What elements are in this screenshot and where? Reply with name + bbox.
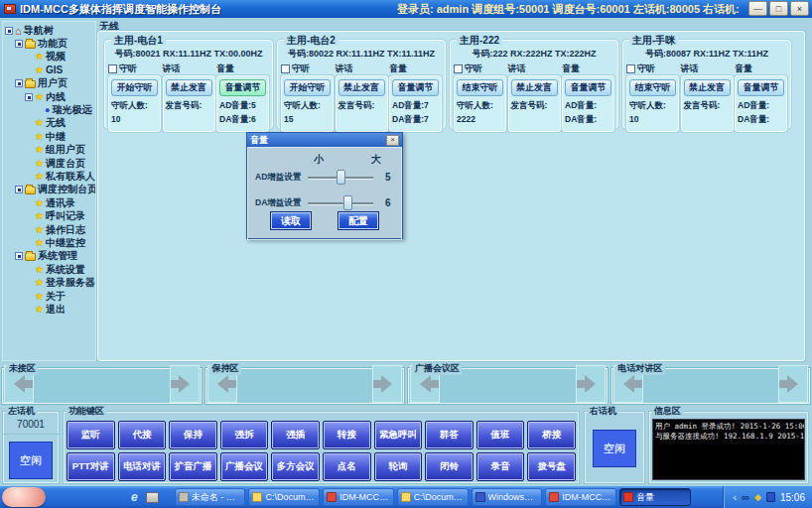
talk-box: 禁止发言发言号码:	[163, 75, 215, 132]
listen-toggle-button[interactable]: 开始守听	[111, 79, 158, 96]
function-key-button[interactable]: 录音	[476, 452, 525, 481]
tree-item[interactable]: ★内线	[3, 90, 95, 103]
function-key-button[interactable]: 强插	[271, 421, 320, 449]
function-key-button[interactable]: 闭铃	[425, 452, 474, 481]
tree-item[interactable]: ★组用户页	[3, 144, 95, 157]
taskbar-task[interactable]: C:\Documents and...	[248, 488, 320, 506]
expander-icon[interactable]	[15, 40, 23, 48]
function-key-button[interactable]: 拨号盘	[527, 452, 576, 481]
minimize-button[interactable]: —	[748, 1, 767, 16]
taskbar-task[interactable]: C:\Documents and...	[397, 488, 469, 506]
function-key-button[interactable]: 群答	[425, 421, 474, 449]
listen-checkbox[interactable]	[281, 64, 290, 73]
function-key-button[interactable]: 电话对讲	[118, 452, 167, 481]
tree-item[interactable]: ★操作日志	[3, 223, 95, 236]
start-button[interactable]	[2, 487, 46, 507]
function-key-button[interactable]: 强拆	[220, 421, 269, 449]
zone-right-arrow-button[interactable]	[170, 365, 200, 403]
talk-forbid-button[interactable]: 禁止发言	[684, 79, 731, 96]
ad-gain-slider-thumb[interactable]	[337, 170, 345, 185]
volume-column: 音量音量调节AD音量:7DA音量:7	[389, 64, 442, 132]
tree-item[interactable]: ★无线	[3, 117, 95, 130]
tree-item[interactable]: 系统管理	[3, 250, 95, 263]
talk-forbid-button[interactable]: 禁止发言	[511, 79, 558, 96]
volume-adjust-button[interactable]: 音量调节	[738, 79, 784, 96]
tree-item[interactable]: ★呼叫记录	[3, 209, 95, 222]
listen-toggle-button[interactable]: 结束守听	[457, 79, 503, 96]
function-key-button[interactable]: 值班	[476, 421, 525, 449]
function-key-button[interactable]: 转接	[323, 421, 371, 449]
tree-item-label: 导航树	[24, 24, 54, 38]
ad-gain-slider[interactable]	[308, 170, 373, 185]
maximize-button[interactable]: □	[769, 1, 788, 16]
tree-item[interactable]: ★视频	[3, 51, 95, 64]
status-tray-icon[interactable]: ◆	[754, 492, 761, 502]
talk-forbid-button[interactable]: 禁止发言	[338, 79, 385, 96]
tree-item[interactable]: 用户页	[3, 77, 95, 90]
function-key-button[interactable]: 保持	[169, 421, 217, 449]
tree-item[interactable]: ★系统设置	[3, 263, 95, 276]
volume-adjust-button[interactable]: 音量调节	[565, 79, 611, 96]
network-tray-icon[interactable]	[766, 492, 775, 502]
da-volume-line: DA音量:	[738, 114, 784, 124]
zone-right-arrow-button[interactable]	[778, 365, 808, 403]
listen-checkbox[interactable]	[626, 64, 635, 73]
function-key-button[interactable]: 轮询	[374, 452, 423, 481]
taskbar-task[interactable]: IDM-MCC多媒体指...	[545, 488, 616, 506]
zone-right-arrow-button[interactable]	[576, 365, 606, 403]
tree-item[interactable]: ★退出	[3, 303, 95, 316]
taskbar-task[interactable]: IDM-MCC多媒体调...	[323, 488, 394, 506]
desktop-quicklaunch-icon[interactable]	[146, 492, 159, 503]
tree-item[interactable]: ★GIS	[3, 64, 95, 76]
function-key-button[interactable]: PTT对讲	[67, 452, 115, 481]
zone-right-arrow-button[interactable]	[372, 365, 402, 403]
expander-icon[interactable]	[25, 93, 33, 101]
expander-icon[interactable]	[15, 186, 23, 193]
volume-adjust-button[interactable]: 音量调节	[219, 79, 266, 96]
listen-toggle-button[interactable]: 开始守听	[284, 79, 331, 96]
right-phone-status-button[interactable]: 空闲	[593, 430, 636, 467]
function-key-button[interactable]: 代接	[118, 421, 167, 449]
function-key-button[interactable]: 桥接	[527, 421, 576, 449]
function-key-button[interactable]: 点名	[323, 452, 371, 481]
tree-item[interactable]: ★调度台页	[3, 157, 95, 170]
listen-checkbox[interactable]	[108, 64, 117, 73]
tree-item[interactable]: ★中继	[3, 130, 95, 143]
da-volume-line: DA音量:	[565, 114, 611, 124]
function-key-button[interactable]: 紧急呼叫	[374, 421, 423, 449]
tree-item[interactable]: ⌂导航树	[3, 24, 95, 37]
tree-item[interactable]: ★登录服务器	[3, 276, 95, 289]
function-key-button[interactable]: 扩音广播	[169, 452, 217, 481]
da-gain-slider[interactable]	[308, 195, 373, 210]
function-key-button[interactable]: 监听	[67, 421, 115, 449]
listen-checkbox[interactable]	[454, 64, 463, 73]
taskbar-task[interactable]: 未命名 - 画图	[175, 488, 246, 506]
tray-collapse-icon[interactable]: ‹	[734, 491, 738, 503]
function-key-button[interactable]: 多方会议	[271, 452, 320, 481]
expander-icon[interactable]	[15, 252, 23, 260]
dialog-close-button[interactable]: ×	[386, 135, 399, 146]
ad-volume-label: AD音量:	[565, 100, 597, 110]
messenger-tray-icon[interactable]: ∞	[742, 491, 749, 503]
expander-icon[interactable]	[5, 27, 13, 35]
tree-item[interactable]: ★通讯录	[3, 196, 95, 209]
ie-quicklaunch-icon[interactable]: e	[131, 490, 138, 504]
tree-item[interactable]: 功能页	[3, 37, 95, 50]
read-button[interactable]: 读取	[270, 211, 312, 230]
left-phone-status-button[interactable]: 空闲	[9, 442, 53, 479]
tree-item[interactable]: ●瑞光极远	[3, 103, 95, 116]
da-gain-slider-thumb[interactable]	[343, 195, 352, 210]
close-button[interactable]: ×	[790, 1, 809, 16]
volume-adjust-button[interactable]: 音量调节	[392, 79, 439, 96]
function-key-button[interactable]: 广播会议	[220, 452, 269, 481]
tree-item[interactable]: 调度控制台页	[3, 184, 95, 196]
taskbar-task[interactable]: WindowsApplicatio...	[472, 488, 543, 506]
config-button[interactable]: 配置	[338, 211, 379, 230]
tree-item[interactable]: ★私有联系人	[3, 170, 95, 183]
listen-toggle-button[interactable]: 结束守听	[629, 79, 676, 96]
expander-icon[interactable]	[15, 79, 23, 87]
tree-item[interactable]: ★中继监控	[3, 236, 95, 249]
talk-forbid-button[interactable]: 禁止发言	[166, 79, 212, 96]
tree-item[interactable]: ★关于	[3, 290, 95, 303]
taskbar-task[interactable]: 音量	[619, 488, 691, 506]
